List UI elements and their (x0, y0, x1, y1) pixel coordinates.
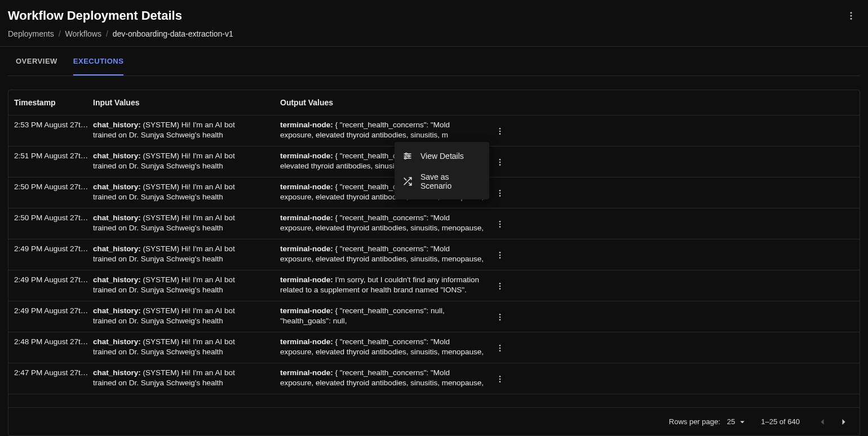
row-context-menu: View Details Save as Scenario (395, 142, 489, 199)
more-vert-icon (495, 220, 504, 229)
table-row[interactable]: 2:49 PM August 27th…chat_history: (SYSTE… (8, 239, 860, 270)
svg-point-17 (499, 257, 501, 259)
breadcrumb-deployments[interactable]: Deployments (8, 29, 54, 38)
tabs: OVERVIEW EXECUTIONS (8, 47, 860, 76)
next-page-button[interactable] (835, 413, 853, 431)
svg-point-2 (851, 18, 852, 20)
tab-executions[interactable]: EXECUTIONS (73, 47, 124, 75)
svg-point-26 (499, 350, 501, 352)
chevron-left-icon (817, 416, 828, 428)
svg-point-29 (499, 381, 501, 382)
more-vert-icon (495, 375, 504, 384)
svg-point-33 (405, 153, 407, 155)
rows-per-page-label: Rows per page: (669, 417, 720, 426)
svg-point-1 (851, 15, 852, 17)
row-actions-button[interactable] (491, 370, 509, 388)
svg-point-0 (851, 12, 852, 14)
breadcrumb: Deployments / Workflows / dev-onboarding… (0, 25, 868, 47)
row-actions-button[interactable] (491, 277, 509, 295)
more-vert-icon (495, 127, 504, 136)
cell-output: terminal-node: { "recent_health_concerns… (280, 306, 489, 327)
tab-overview[interactable]: OVERVIEW (16, 47, 57, 75)
row-actions-button[interactable] (491, 308, 509, 326)
prev-page-button[interactable] (813, 413, 831, 431)
row-actions-button[interactable] (491, 153, 509, 171)
rows-per-page-value: 25 (727, 417, 735, 426)
svg-point-12 (499, 221, 501, 223)
svg-point-10 (499, 193, 501, 194)
table-row[interactable]: 2:47 PM August 27th…chat_history: (SYSTE… (8, 363, 860, 394)
svg-point-3 (499, 128, 501, 130)
svg-point-9 (499, 190, 501, 192)
cell-timestamp: 2:49 PM August 27th… (14, 306, 93, 327)
row-actions-button[interactable] (491, 339, 509, 357)
cell-output: terminal-node: { "recent_health_concerns… (280, 244, 489, 265)
cell-timestamp: 2:49 PM August 27th… (14, 275, 93, 296)
more-vert-icon (495, 282, 504, 291)
rows-per-page-select[interactable]: 25 (727, 417, 747, 427)
menu-view-details-label: View Details (420, 152, 464, 161)
cell-output: terminal-node: { "recent_health_concerns… (280, 368, 489, 389)
table-header: Timestamp Input Values Output Values (8, 90, 860, 115)
svg-point-20 (499, 288, 501, 290)
cell-input: chat_history: (SYSTEM) Hi! I'm an AI bot… (93, 368, 280, 389)
svg-point-34 (408, 155, 410, 157)
more-vert-icon (495, 251, 504, 260)
cell-timestamp: 2:50 PM August 27th… (14, 213, 93, 234)
menu-save-scenario[interactable]: Save as Scenario (395, 167, 489, 196)
table-pagination: Rows per page: 25 1–25 of 640 (8, 407, 860, 435)
menu-view-details[interactable]: View Details (395, 145, 489, 167)
svg-point-23 (499, 319, 501, 321)
row-actions-button[interactable] (491, 122, 509, 140)
svg-point-35 (405, 157, 406, 159)
more-vert-icon (495, 344, 504, 353)
table-row[interactable]: 2:48 PM August 27th…chat_history: (SYSTE… (8, 332, 860, 363)
breadcrumb-separator: / (59, 29, 61, 38)
cell-input: chat_history: (SYSTEM) Hi! I'm an AI bot… (93, 182, 280, 203)
shuffle-icon (402, 176, 413, 186)
cell-input: chat_history: (SYSTEM) Hi! I'm an AI bot… (93, 120, 280, 141)
cell-input: chat_history: (SYSTEM) Hi! I'm an AI bot… (93, 244, 280, 265)
svg-point-15 (499, 252, 501, 253)
cell-timestamp: 2:49 PM August 27th… (14, 244, 93, 265)
cell-output: terminal-node: { "recent_health_concerns… (280, 213, 489, 234)
cell-input: chat_history: (SYSTEM) Hi! I'm an AI bot… (93, 306, 280, 327)
more-vert-icon (495, 189, 504, 198)
row-actions-button[interactable] (491, 246, 509, 264)
cell-timestamp: 2:50 PM August 27th… (14, 182, 93, 203)
svg-point-4 (499, 131, 501, 132)
row-actions-button[interactable] (491, 215, 509, 233)
svg-point-13 (499, 224, 501, 225)
cell-input: chat_history: (SYSTEM) Hi! I'm an AI bot… (93, 213, 280, 234)
cell-output: terminal-node: I'm sorry, but I couldn't… (280, 275, 489, 296)
cell-input: chat_history: (SYSTEM) Hi! I'm an AI bot… (93, 275, 280, 296)
table-row[interactable]: 2:49 PM August 27th…chat_history: (SYSTE… (8, 270, 860, 301)
column-timestamp[interactable]: Timestamp (14, 98, 93, 107)
table-row[interactable]: 2:50 PM August 27th…chat_history: (SYSTE… (8, 208, 860, 239)
page-title: Workflow Deployment Details (8, 8, 182, 23)
svg-point-18 (499, 283, 501, 284)
tune-icon (402, 151, 413, 161)
cell-timestamp: 2:48 PM August 27th… (14, 337, 93, 358)
row-actions-button[interactable] (491, 184, 509, 202)
breadcrumb-workflows[interactable]: Workflows (65, 29, 101, 38)
svg-point-5 (499, 133, 501, 135)
pagination-range: 1–25 of 640 (761, 417, 800, 426)
dropdown-icon (737, 417, 747, 427)
cell-input: chat_history: (SYSTEM) Hi! I'm an AI bot… (93, 151, 280, 172)
svg-point-22 (499, 317, 501, 318)
svg-point-28 (499, 379, 501, 380)
column-input-values[interactable]: Input Values (93, 98, 280, 107)
cell-input: chat_history: (SYSTEM) Hi! I'm an AI bot… (93, 337, 280, 358)
breadcrumb-separator: / (106, 29, 108, 38)
column-output-values[interactable]: Output Values (280, 98, 831, 107)
svg-point-8 (499, 164, 501, 166)
chevron-right-icon (838, 416, 849, 428)
more-vert-icon (846, 11, 856, 21)
svg-point-7 (499, 162, 501, 163)
svg-point-24 (499, 345, 501, 346)
svg-point-16 (499, 255, 501, 256)
table-row[interactable]: 2:49 PM August 27th…chat_history: (SYSTE… (8, 301, 860, 332)
cell-output: terminal-node: { "recent_health_concerns… (280, 120, 489, 141)
page-actions-button[interactable] (842, 7, 860, 25)
